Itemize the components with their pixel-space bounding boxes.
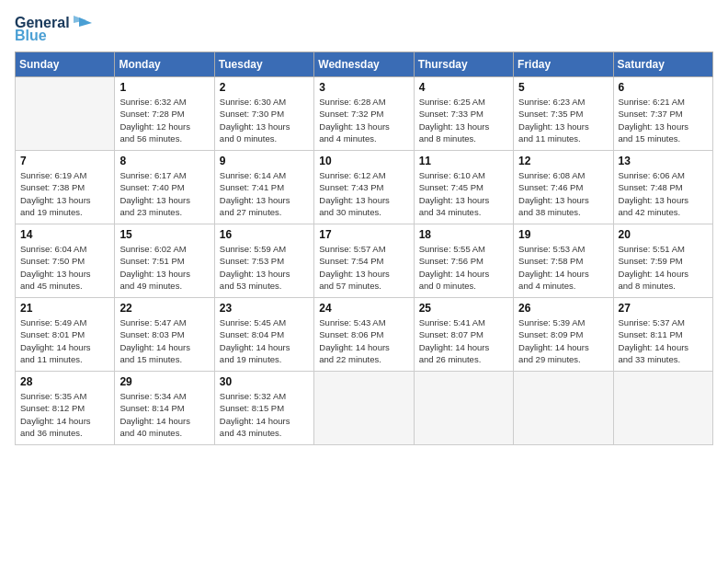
day-number: 16	[220, 228, 309, 241]
day-number: 12	[518, 155, 608, 167]
day-number: 4	[419, 81, 508, 94]
day-number: 6	[619, 81, 708, 94]
day-info: Sunrise: 5:59 AM Sunset: 7:53 PM Dayligh…	[220, 243, 309, 292]
day-info: Sunrise: 6:32 AM Sunset: 7:28 PM Dayligh…	[119, 96, 209, 144]
calendar-cell: 8Sunrise: 6:17 AM Sunset: 7:40 PM Daylig…	[115, 151, 214, 224]
calendar-cell: 9Sunrise: 6:14 AM Sunset: 7:41 PM Daylig…	[214, 151, 313, 224]
day-info: Sunrise: 6:14 AM Sunset: 7:41 PM Dayligh…	[220, 169, 309, 218]
day-info: Sunrise: 6:12 AM Sunset: 7:43 PM Dayligh…	[319, 169, 408, 218]
day-number: 27	[619, 302, 708, 315]
calendar-cell: 14Sunrise: 6:04 AM Sunset: 7:50 PM Dayli…	[16, 224, 115, 298]
calendar-cell: 17Sunrise: 5:57 AM Sunset: 7:54 PM Dayli…	[314, 224, 414, 298]
day-info: Sunrise: 5:37 AM Sunset: 8:11 PM Dayligh…	[619, 316, 708, 365]
day-number: 26	[518, 302, 608, 315]
day-number: 9	[220, 155, 309, 167]
calendar-cell: 2Sunrise: 6:30 AM Sunset: 7:30 PM Daylig…	[214, 77, 313, 151]
calendar-cell: 4Sunrise: 6:25 AM Sunset: 7:33 PM Daylig…	[414, 77, 513, 151]
col-header-friday: Friday	[514, 52, 613, 77]
calendar-cell	[314, 372, 414, 445]
calendar-cell: 23Sunrise: 5:45 AM Sunset: 8:04 PM Dayli…	[214, 298, 313, 372]
calendar-cell: 7Sunrise: 6:19 AM Sunset: 7:38 PM Daylig…	[16, 151, 115, 224]
day-info: Sunrise: 5:39 AM Sunset: 8:09 PM Dayligh…	[518, 316, 608, 365]
day-number: 20	[619, 228, 708, 241]
logo: General Blue	[15, 15, 92, 44]
day-info: Sunrise: 6:04 AM Sunset: 7:50 PM Dayligh…	[20, 243, 109, 292]
day-info: Sunrise: 5:53 AM Sunset: 7:58 PM Dayligh…	[518, 243, 608, 292]
day-info: Sunrise: 5:51 AM Sunset: 7:59 PM Dayligh…	[619, 243, 708, 292]
day-info: Sunrise: 6:21 AM Sunset: 7:37 PM Dayligh…	[619, 96, 708, 144]
calendar-cell: 30Sunrise: 5:32 AM Sunset: 8:15 PM Dayli…	[214, 372, 313, 445]
calendar-cell: 5Sunrise: 6:23 AM Sunset: 7:35 PM Daylig…	[514, 77, 613, 151]
calendar-cell: 6Sunrise: 6:21 AM Sunset: 7:37 PM Daylig…	[613, 77, 712, 151]
day-info: Sunrise: 6:23 AM Sunset: 7:35 PM Dayligh…	[518, 96, 608, 144]
day-number: 5	[518, 81, 608, 94]
page-header: General Blue	[15, 15, 713, 44]
day-info: Sunrise: 5:41 AM Sunset: 8:07 PM Dayligh…	[419, 316, 508, 365]
day-number: 18	[419, 228, 508, 241]
col-header-thursday: Thursday	[414, 52, 513, 77]
day-number: 2	[220, 81, 309, 94]
day-info: Sunrise: 6:19 AM Sunset: 7:38 PM Dayligh…	[20, 169, 109, 218]
col-header-tuesday: Tuesday	[214, 52, 313, 77]
day-info: Sunrise: 5:55 AM Sunset: 7:56 PM Dayligh…	[419, 243, 508, 292]
day-number: 17	[319, 228, 408, 241]
day-number: 19	[518, 228, 608, 241]
calendar-cell: 10Sunrise: 6:12 AM Sunset: 7:43 PM Dayli…	[314, 151, 414, 224]
day-number: 3	[319, 81, 408, 94]
day-number: 15	[119, 228, 209, 241]
col-header-saturday: Saturday	[613, 52, 712, 77]
day-info: Sunrise: 6:08 AM Sunset: 7:46 PM Dayligh…	[518, 169, 608, 218]
day-info: Sunrise: 5:57 AM Sunset: 7:54 PM Dayligh…	[319, 243, 408, 292]
calendar-cell: 18Sunrise: 5:55 AM Sunset: 7:56 PM Dayli…	[414, 224, 513, 298]
calendar-cell: 16Sunrise: 5:59 AM Sunset: 7:53 PM Dayli…	[214, 224, 313, 298]
day-number: 7	[20, 155, 109, 167]
day-info: Sunrise: 5:35 AM Sunset: 8:12 PM Dayligh…	[20, 390, 109, 439]
calendar-cell	[613, 372, 712, 445]
calendar-cell: 21Sunrise: 5:49 AM Sunset: 8:01 PM Dayli…	[16, 298, 115, 372]
day-number: 23	[220, 302, 309, 315]
day-number: 11	[419, 155, 508, 167]
day-number: 22	[119, 302, 209, 315]
calendar-cell: 22Sunrise: 5:47 AM Sunset: 8:03 PM Dayli…	[115, 298, 214, 372]
day-info: Sunrise: 6:06 AM Sunset: 7:48 PM Dayligh…	[619, 169, 708, 218]
col-header-sunday: Sunday	[16, 52, 115, 77]
day-info: Sunrise: 5:49 AM Sunset: 8:01 PM Dayligh…	[20, 316, 109, 365]
day-number: 25	[419, 302, 508, 315]
day-number: 14	[20, 228, 109, 241]
calendar-cell: 26Sunrise: 5:39 AM Sunset: 8:09 PM Dayli…	[514, 298, 613, 372]
day-number: 28	[20, 375, 109, 388]
calendar-cell: 19Sunrise: 5:53 AM Sunset: 7:58 PM Dayli…	[514, 224, 613, 298]
calendar-cell	[414, 372, 513, 445]
calendar-cell: 24Sunrise: 5:43 AM Sunset: 8:06 PM Dayli…	[314, 298, 414, 372]
calendar-cell: 29Sunrise: 5:34 AM Sunset: 8:14 PM Dayli…	[115, 372, 214, 445]
day-info: Sunrise: 6:28 AM Sunset: 7:32 PM Dayligh…	[319, 96, 408, 144]
calendar-cell: 3Sunrise: 6:28 AM Sunset: 7:32 PM Daylig…	[314, 77, 414, 151]
day-number: 10	[319, 155, 408, 167]
day-number: 21	[20, 302, 109, 315]
day-number: 1	[119, 81, 209, 94]
calendar-cell: 13Sunrise: 6:06 AM Sunset: 7:48 PM Dayli…	[613, 151, 712, 224]
calendar-cell: 28Sunrise: 5:35 AM Sunset: 8:12 PM Dayli…	[16, 372, 115, 445]
calendar-cell	[16, 77, 115, 151]
calendar-table: SundayMondayTuesdayWednesdayThursdayFrid…	[15, 52, 713, 445]
calendar-cell: 20Sunrise: 5:51 AM Sunset: 7:59 PM Dayli…	[613, 224, 712, 298]
day-info: Sunrise: 6:10 AM Sunset: 7:45 PM Dayligh…	[419, 169, 508, 218]
calendar-cell: 27Sunrise: 5:37 AM Sunset: 8:11 PM Dayli…	[613, 298, 712, 372]
calendar-cell: 11Sunrise: 6:10 AM Sunset: 7:45 PM Dayli…	[414, 151, 513, 224]
day-info: Sunrise: 5:32 AM Sunset: 8:15 PM Dayligh…	[220, 390, 309, 439]
col-header-monday: Monday	[115, 52, 214, 77]
col-header-wednesday: Wednesday	[314, 52, 414, 77]
calendar-cell: 15Sunrise: 6:02 AM Sunset: 7:51 PM Dayli…	[115, 224, 214, 298]
day-info: Sunrise: 6:25 AM Sunset: 7:33 PM Dayligh…	[419, 96, 508, 144]
day-number: 8	[119, 155, 209, 167]
calendar-cell: 25Sunrise: 5:41 AM Sunset: 8:07 PM Dayli…	[414, 298, 513, 372]
calendar-cell: 1Sunrise: 6:32 AM Sunset: 7:28 PM Daylig…	[115, 77, 214, 151]
day-number: 30	[220, 375, 309, 388]
day-info: Sunrise: 5:34 AM Sunset: 8:14 PM Dayligh…	[119, 390, 209, 439]
day-info: Sunrise: 5:45 AM Sunset: 8:04 PM Dayligh…	[220, 316, 309, 365]
day-number: 24	[319, 302, 408, 315]
day-number: 13	[619, 155, 708, 167]
day-info: Sunrise: 5:43 AM Sunset: 8:06 PM Dayligh…	[319, 316, 408, 365]
calendar-cell	[514, 372, 613, 445]
day-number: 29	[119, 375, 209, 388]
